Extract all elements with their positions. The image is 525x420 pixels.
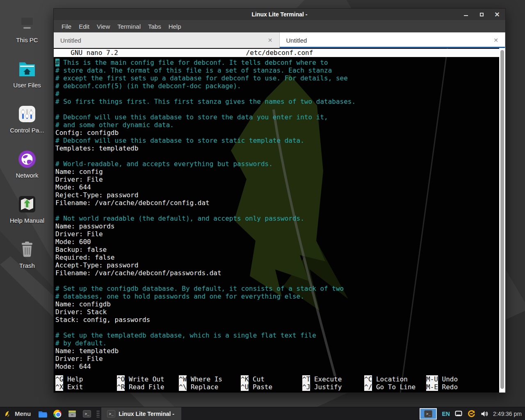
- desktop-icon-network[interactable]: Network: [0, 146, 54, 191]
- nano-line: # So first things first. This first stan…: [55, 98, 498, 105]
- shortcut-label: Read File: [129, 383, 164, 391]
- terminal-scrollbar[interactable]: [499, 48, 505, 393]
- volume-icon[interactable]: [481, 411, 488, 417]
- nano-line: # except the first sets up a database fo…: [55, 74, 498, 82]
- terminal-tab-2[interactable]: Untitled✕: [280, 32, 506, 48]
- close-button[interactable]: ✕: [494, 11, 500, 18]
- shortcut-label: Justify: [314, 383, 342, 391]
- nano-line: Accept-Type: password: [55, 261, 498, 269]
- terminal-content[interactable]: GNU nano 7.2 /etc/debconf.conf # This is…: [54, 48, 505, 393]
- nano-line: Backup: false: [55, 246, 498, 253]
- nano-line: # Set up the configdb database. By defau…: [55, 285, 498, 292]
- shortcut-label: Go To Line: [376, 383, 415, 391]
- quick-launch: >_: [35, 409, 95, 418]
- nano-shortcut-read-file: ^R Read File: [117, 383, 179, 391]
- desktop-icon-label: Help Manual: [10, 217, 44, 224]
- nano-line: Mode: 600: [55, 238, 498, 246]
- shortcut-key: ^T: [302, 375, 310, 383]
- trash-icon: [17, 240, 37, 259]
- desktop-icon-control-panel[interactable]: Control Pa...: [0, 101, 54, 146]
- nano-line: # Debconf will use this database to stor…: [55, 113, 498, 121]
- chrome-browser-icon[interactable]: [53, 409, 62, 418]
- shortcut-key: ^R: [117, 383, 125, 391]
- panel-separator-handle[interactable]: [96, 410, 100, 418]
- nano-line: # World-readable, and accepts everything…: [55, 160, 498, 168]
- taskbar-window-button[interactable]: >_ Linux Lite Terminal -: [101, 407, 181, 420]
- nano-line: Name: templatedb: [55, 347, 498, 355]
- nano-line: Config: configdb: [55, 129, 498, 137]
- task-button-label: Linux Lite Terminal -: [119, 411, 174, 417]
- nano-line: Templates: templatedb: [55, 144, 498, 152]
- display-settings-icon[interactable]: [455, 411, 462, 417]
- nano-line: Driver: File: [55, 176, 498, 183]
- nano-text-area[interactable]: # This is the main config file for debco…: [55, 59, 498, 370]
- nano-line: Filename: /var/cache/debconf/config.dat: [55, 199, 498, 207]
- clock[interactable]: 2:49:36 pm: [493, 411, 522, 417]
- shortcut-key: ^\: [179, 383, 187, 391]
- nano-shortcut-paste: ^U Paste: [241, 383, 302, 391]
- desktop: This PCUser FilesControl Pa...NetworkHel…: [0, 0, 525, 420]
- desktop-icon-user-files[interactable]: User Files: [0, 56, 54, 101]
- window-controls: ✕: [463, 9, 500, 20]
- nano-shortcut-location: ^C Location: [364, 375, 426, 383]
- tab-close-icon[interactable]: ✕: [268, 37, 273, 43]
- tray-terminal-button[interactable]: >_: [420, 408, 437, 420]
- nano-line: Filename: /var/cache/debconf/passwords.d…: [55, 269, 498, 277]
- shortcut-label: Cut: [253, 375, 265, 383]
- menu-edit[interactable]: Edit: [75, 22, 93, 31]
- shortcut-key: ^G: [55, 375, 63, 383]
- shortcut-label: Write Out: [129, 375, 164, 383]
- menu-bar: FileEditViewTerminalTabsHelp: [54, 20, 505, 32]
- linux-lite-logo-icon: [4, 410, 11, 418]
- menu-tabs[interactable]: Tabs: [144, 22, 165, 31]
- nano-line: [55, 324, 498, 331]
- nano-shortcut-cut: ^K Cut: [241, 375, 302, 383]
- shortcut-label: Replace: [191, 383, 218, 391]
- help-manual-icon: [17, 194, 37, 214]
- nano-line: # by default.: [55, 339, 498, 347]
- tab-close-icon[interactable]: ✕: [493, 37, 498, 43]
- menu-help[interactable]: Help: [165, 22, 185, 31]
- shortcut-key: ^X: [55, 383, 63, 391]
- desktop-icon-this-pc[interactable]: This PC: [0, 11, 54, 56]
- nano-line: Mode: 644: [55, 363, 498, 370]
- minimize-button[interactable]: [463, 11, 469, 18]
- nano-shortcut-replace: ^\ Replace: [179, 383, 241, 391]
- start-menu-button[interactable]: Menu: [0, 407, 35, 420]
- window-titlebar[interactable]: Linux Lite Terminal - ✕: [54, 9, 505, 20]
- menu-label: Menu: [15, 410, 31, 417]
- terminal-window: Linux Lite Terminal - ✕ FileEditViewTerm…: [53, 8, 506, 393]
- desktop-icon-label: Trash: [19, 262, 35, 269]
- shortcut-key: ^O: [117, 375, 125, 383]
- shortcut-label: Exit: [67, 383, 83, 391]
- menu-view[interactable]: View: [93, 22, 114, 31]
- nano-line: [55, 277, 498, 285]
- update-notifier-icon[interactable]: [467, 409, 476, 418]
- text-cursor: #: [55, 59, 59, 66]
- nano-shortcut-exit: ^X Exit: [55, 383, 117, 391]
- desktop-icon-help-manual[interactable]: Help Manual: [0, 191, 54, 236]
- shortcut-key: M-E: [426, 383, 438, 391]
- terminal-launcher-icon[interactable]: >_: [82, 409, 91, 418]
- menu-terminal[interactable]: Terminal: [114, 22, 144, 31]
- shortcut-label: Undo: [442, 375, 458, 383]
- keyboard-language-indicator[interactable]: EN: [442, 411, 450, 417]
- menu-file[interactable]: File: [58, 22, 75, 31]
- shortcut-key: ^W: [179, 375, 187, 383]
- shortcut-label: Execute: [314, 375, 342, 383]
- nano-line: # and some other dynamic data.: [55, 121, 498, 129]
- nano-line: # databases, one to hold passwords and o…: [55, 292, 498, 300]
- folder-home-icon: [17, 59, 37, 79]
- nano-line: Driver: File: [55, 230, 498, 238]
- shortcut-key: ^U: [241, 383, 249, 391]
- archive-manager-icon[interactable]: [68, 409, 77, 418]
- maximize-button[interactable]: [478, 11, 485, 18]
- file-manager-icon[interactable]: [38, 409, 47, 418]
- terminal-tab-1[interactable]: Untitled✕: [54, 32, 280, 48]
- nano-line: Reject-Type: password: [55, 191, 498, 199]
- nano-shortcut-execute: ^T Execute: [302, 375, 364, 383]
- desktop-icon-trash[interactable]: Trash: [0, 236, 54, 281]
- scrollbar-thumb[interactable]: [500, 50, 504, 389]
- nano-line: Driver: Stack: [55, 308, 498, 316]
- nano-filename: /etc/debconf.conf: [54, 49, 505, 57]
